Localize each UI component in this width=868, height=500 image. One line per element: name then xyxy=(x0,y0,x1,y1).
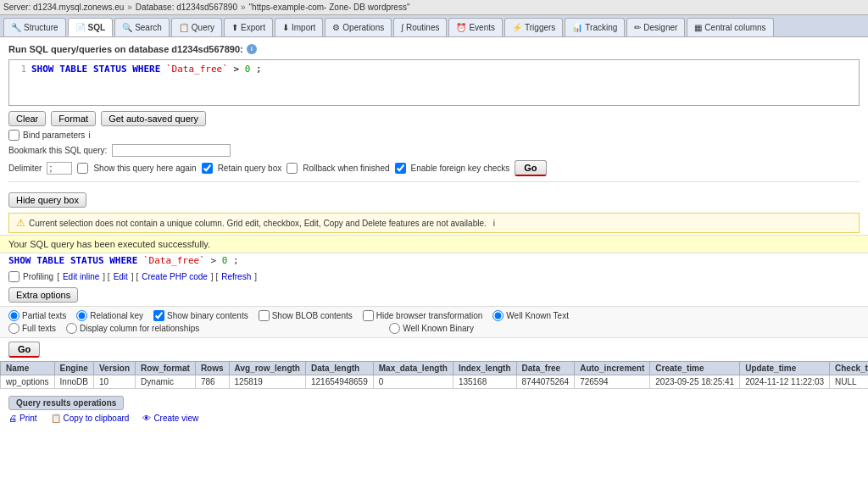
profiling-checkbox[interactable] xyxy=(8,271,19,282)
cell-version: 10 xyxy=(93,375,135,389)
retain-query-checkbox[interactable] xyxy=(202,163,213,174)
tab-operations[interactable]: ⚙ Operations xyxy=(325,18,392,36)
create-php-link[interactable]: Create PHP code xyxy=(142,272,208,281)
get-autosaved-button[interactable]: Get auto-saved query xyxy=(101,111,206,126)
delimiter-label: Delimiter xyxy=(8,164,42,173)
bookmark-label: Bookmark this SQL query: xyxy=(8,146,107,155)
extra-options-button[interactable]: Extra options xyxy=(8,287,78,303)
structure-icon: 🔧 xyxy=(11,23,21,32)
hide-query-button[interactable]: Hide query box xyxy=(8,192,86,208)
show-binary-label: Show binary contents xyxy=(153,310,248,321)
sql-section: Run SQL query/queries on database d1234s… xyxy=(0,37,868,189)
rollback-checkbox[interactable] xyxy=(287,163,298,174)
edit-link[interactable]: Edit xyxy=(114,272,128,281)
display-column-label: Display column for relationships xyxy=(66,323,199,334)
bind-params-info-icon[interactable]: i xyxy=(88,131,90,140)
sql-display: SHOW TABLE STATUS WHERE `Data_free` > 0 … xyxy=(0,253,868,269)
col-avg-row-length: Avg_row_length xyxy=(229,362,305,375)
create-view-link[interactable]: 👁 Create view xyxy=(142,414,198,423)
page-title: "https-example-com- Zone- DB wordpress" xyxy=(249,3,410,12)
show-binary-checkbox[interactable] xyxy=(153,310,164,321)
display-options-row: Partial texts Relational key Show binary… xyxy=(8,310,860,321)
cell-auto-increment: 726594 xyxy=(575,375,650,389)
warning-bar: ⚠ Current selection does not contain a u… xyxy=(8,213,860,233)
bookmark-input[interactable] xyxy=(112,144,231,157)
tab-structure[interactable]: 🔧 Structure xyxy=(3,18,66,36)
tab-import[interactable]: ⬇ Import xyxy=(275,18,323,36)
tab-export[interactable]: ⬆ Export xyxy=(224,18,273,36)
tab-query[interactable]: 📋 Query xyxy=(171,18,222,36)
display-options: Partial texts Relational key Show binary… xyxy=(0,306,868,338)
show-query-label: Show this query here again xyxy=(93,164,196,173)
delimiter-input[interactable] xyxy=(47,162,72,175)
tab-search[interactable]: 🔍 Search xyxy=(114,18,170,36)
go-button2[interactable]: Go xyxy=(8,342,40,358)
sql-icon: 📄 xyxy=(75,23,86,32)
triggers-icon: ⚡ xyxy=(512,23,522,32)
edit-inline-link[interactable]: Edit inline xyxy=(63,272,99,281)
well-known-text-label: Well Known Text xyxy=(492,310,569,321)
relational-key-label: Relational key xyxy=(76,310,143,321)
table-header-row: Name Engine Version Row_format Rows Avg_… xyxy=(1,362,869,375)
sql-editor[interactable]: 1 SHOW TABLE STATUS WHERE `Data_free` > … xyxy=(8,59,860,106)
profiling-row: Profiling [ Edit inline ] [ Edit ] [ Cre… xyxy=(0,269,868,284)
full-texts-radio[interactable] xyxy=(8,323,19,334)
col-auto-increment: Auto_increment xyxy=(575,362,650,375)
go-button[interactable]: Go xyxy=(515,160,546,176)
info-icon[interactable]: i xyxy=(247,44,257,54)
print-link[interactable]: 🖨 Print xyxy=(8,414,37,423)
search-icon: 🔍 xyxy=(122,23,132,32)
copy-clipboard-link[interactable]: 📋 Copy to clipboard xyxy=(51,414,130,423)
relational-key-radio[interactable] xyxy=(76,310,87,321)
tab-central-columns[interactable]: ▦ Central columns xyxy=(687,18,773,36)
cell-rows: 786 xyxy=(195,375,229,389)
tab-routines[interactable]: ∫ Routines xyxy=(393,18,447,36)
hide-browser-label: Hide browser transformation xyxy=(363,310,483,321)
table-row: wp_optionsInnoDB10Dynamic786125819121654… xyxy=(1,375,869,389)
create-view-icon: 👁 xyxy=(142,414,151,423)
hide-browser-checkbox[interactable] xyxy=(363,310,374,321)
show-query-checkbox[interactable] xyxy=(77,163,88,174)
clear-button[interactable]: Clear xyxy=(8,111,46,126)
main-content: Run SQL query/queries on database d1234s… xyxy=(0,37,868,500)
tab-tracking[interactable]: 📊 Tracking xyxy=(565,18,625,36)
well-known-text-radio[interactable] xyxy=(492,310,504,321)
copy-icon: 📋 xyxy=(51,414,61,423)
partial-texts-radio[interactable] xyxy=(8,310,19,321)
col-update-time: Update_time xyxy=(740,362,830,375)
display-column-radio[interactable] xyxy=(66,323,77,334)
warning-info-icon[interactable]: i xyxy=(493,219,495,228)
designer-icon: ✏ xyxy=(634,23,641,32)
central-columns-icon: ▦ xyxy=(694,23,702,32)
nav-tabs: 🔧 Structure 📄 SQL 🔍 Search 📋 Query ⬆ Exp… xyxy=(0,15,868,37)
full-texts-label: Full texts xyxy=(8,323,56,334)
results-table-wrap: Name Engine Version Row_format Rows Avg_… xyxy=(0,361,868,389)
tracking-icon: 📊 xyxy=(572,23,582,32)
col-version: Version xyxy=(93,362,135,375)
tab-designer[interactable]: ✏ Designer xyxy=(626,18,685,36)
sql-buttons: Clear Format Get auto-saved query xyxy=(8,111,860,126)
cell-create-time: 2023-09-25 18:25:41 xyxy=(650,375,740,389)
bind-parameters-checkbox[interactable] xyxy=(8,130,19,141)
server-link[interactable]: Server: d1234.mysql.zonews.eu xyxy=(3,3,124,12)
database-link[interactable]: Database: d1234sd567890 xyxy=(136,3,237,12)
query-icon: 📋 xyxy=(179,23,189,32)
display-options-row2: Full texts Display column for relationsh… xyxy=(8,323,860,334)
print-icon: 🖨 xyxy=(8,414,17,423)
tab-events[interactable]: ⏰ Events xyxy=(448,18,503,36)
import-icon: ⬇ xyxy=(282,23,289,32)
col-data-length: Data_length xyxy=(305,362,373,375)
col-engine: Engine xyxy=(54,362,93,375)
events-icon: ⏰ xyxy=(456,23,466,32)
results-table: Name Engine Version Row_format Rows Avg_… xyxy=(0,361,868,389)
cell-update-time: 2024-11-12 11:22:03 xyxy=(740,375,830,389)
foreign-key-checkbox[interactable] xyxy=(395,163,406,174)
tab-sql[interactable]: 📄 SQL xyxy=(68,18,114,36)
refresh-link[interactable]: Refresh xyxy=(221,272,251,281)
show-blob-checkbox[interactable] xyxy=(259,310,270,321)
cell-avg-row-length: 125819 xyxy=(229,375,305,389)
sql-section-title: Run SQL query/queries on database d1234s… xyxy=(8,44,860,54)
tab-triggers[interactable]: ⚡ Triggers xyxy=(504,18,563,36)
well-known-binary-radio[interactable] xyxy=(389,323,400,334)
format-button[interactable]: Format xyxy=(51,111,96,126)
